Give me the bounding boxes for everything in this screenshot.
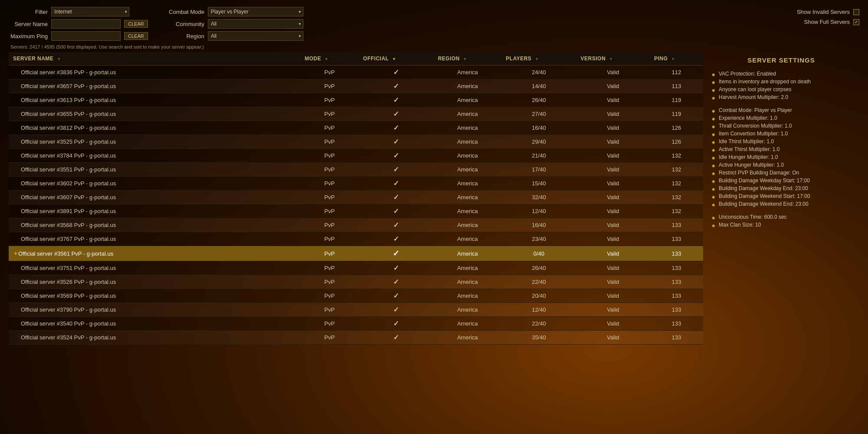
- col-region[interactable]: REGION: [434, 52, 502, 66]
- table-row[interactable]: Official server #3568 PvP - g-portal.usP…: [9, 218, 703, 232]
- filter-select-wrapper[interactable]: Internet: [51, 7, 129, 16]
- star-icon: ✦: [13, 250, 18, 257]
- table-row[interactable]: Official server #3569 PvP - g-portal.usP…: [9, 289, 703, 303]
- server-official-cell: ✓: [359, 317, 434, 331]
- table-row[interactable]: Official server #3790 PvP - g-portal.usP…: [9, 303, 703, 317]
- server-name-text: Official server #3602 PvP - g-portal.us: [21, 180, 116, 187]
- table-row[interactable]: ✦Official server #3561 PvP - g-portal.us…: [9, 246, 703, 261]
- server-name-text: Official server #3569 PvP - g-portal.us: [21, 293, 116, 299]
- col-server-name[interactable]: SERVER NAME: [9, 52, 300, 66]
- combat-mode-select[interactable]: Player vs Player: [208, 7, 303, 16]
- settings-item-text: Building Damage Weekend End: 23:00: [719, 200, 809, 208]
- table-row[interactable]: Official server #3751 PvP - g-portal.usP…: [9, 261, 703, 275]
- server-list-container: SERVER NAME MODE OFFICIAL: [9, 52, 703, 434]
- settings-item: ◆Building Damage Weekday End: 23:00: [712, 184, 851, 192]
- col-ping[interactable]: PING: [650, 52, 703, 66]
- server-players-cell: 24/40: [502, 66, 576, 79]
- official-checkmark: ✓: [393, 235, 399, 243]
- sort-arrow-mode: [325, 57, 329, 61]
- diamond-icon: ◆: [712, 214, 715, 221]
- server-name-cell: Official server #3655 PvP - g-portal.us: [9, 107, 300, 121]
- table-row[interactable]: Official server #3524 PvP - g-portal.usP…: [9, 331, 703, 345]
- table-row[interactable]: Official server #3655 PvP - g-portal.usP…: [9, 107, 703, 121]
- table-row[interactable]: Official server #3526 PvP - g-portal.usP…: [9, 275, 703, 289]
- server-region-cell: America: [434, 303, 502, 317]
- server-version-cell: Valid: [576, 93, 650, 107]
- table-row[interactable]: Official server #3891 PvP - g-portal.usP…: [9, 204, 703, 218]
- server-region-cell: America: [434, 121, 502, 135]
- filter-select[interactable]: Internet: [51, 7, 129, 16]
- table-row[interactable]: Official server #3836 PvP - g-portal.usP…: [9, 66, 703, 79]
- server-name-text: Official server #3613 PvP - g-portal.us: [21, 97, 116, 103]
- server-name-text: Official server #3751 PvP - g-portal.us: [21, 265, 116, 271]
- show-full-row: Show Full Servers: [804, 19, 859, 25]
- right-checkboxes: Show Invalid Servers Show Full Servers: [797, 7, 859, 25]
- col-mode[interactable]: MODE: [300, 52, 359, 66]
- community-select-wrapper[interactable]: All: [208, 19, 303, 29]
- server-official-cell: ✓: [359, 218, 434, 232]
- server-name-clear-button[interactable]: CLEAR: [124, 20, 148, 28]
- server-players-cell: 29/40: [502, 135, 576, 149]
- col-version[interactable]: VERSION: [576, 52, 650, 66]
- server-players-cell: 21/40: [502, 149, 576, 163]
- col-official[interactable]: OFFICIAL: [359, 52, 434, 66]
- region-row: Region All: [165, 31, 303, 41]
- server-tbody: Official server #3836 PvP - g-portal.usP…: [9, 66, 703, 345]
- settings-item: ◆Items in inventory are dropped on death: [712, 78, 851, 85]
- table-row[interactable]: Official server #3767 PvP - g-portal.usP…: [9, 232, 703, 246]
- settings-divider: [712, 208, 851, 213]
- table-row[interactable]: Official server #3602 PvP - g-portal.usP…: [9, 177, 703, 191]
- server-mode-cell: PvP: [300, 289, 359, 303]
- show-full-checkbox[interactable]: [853, 19, 859, 25]
- server-players-cell: 0/40: [502, 246, 576, 261]
- settings-divider: [712, 101, 851, 106]
- server-region-cell: America: [434, 289, 502, 303]
- max-ping-clear-button[interactable]: CLEAR: [124, 32, 148, 40]
- server-settings-title: SERVER SETTINGS: [712, 56, 851, 64]
- table-row[interactable]: Official server #3525 PvP - g-portal.usP…: [9, 135, 703, 149]
- diamond-icon: ◆: [712, 170, 715, 177]
- server-ping-cell: 132: [650, 149, 703, 163]
- community-select[interactable]: All: [208, 19, 303, 29]
- server-name-text: Official server #3790 PvP - g-portal.us: [21, 306, 116, 313]
- settings-item-text: Unconscious Time: 600.0 sec: [719, 213, 787, 221]
- official-checkmark: ✓: [393, 110, 399, 118]
- server-region-cell: America: [434, 317, 502, 331]
- server-name-cell: Official server #3602 PvP - g-portal.us: [9, 177, 300, 191]
- server-official-cell: ✓: [359, 79, 434, 93]
- diamond-icon: ◆: [712, 222, 715, 229]
- settings-item: ◆Restrict PVP Building Damage: On: [712, 169, 851, 177]
- table-row[interactable]: Official server #3613 PvP - g-portal.usP…: [9, 93, 703, 107]
- settings-item: ◆Active Hunger Multiplier: 1.0: [712, 161, 851, 169]
- region-select-wrapper[interactable]: All: [208, 31, 303, 41]
- max-ping-input[interactable]: [51, 31, 121, 41]
- server-players-cell: 20/40: [502, 289, 576, 303]
- table-row[interactable]: Official server #3607 PvP - g-portal.usP…: [9, 191, 703, 204]
- settings-item: ◆Experience Multiplier: 1.0: [712, 114, 851, 122]
- diamond-icon: ◆: [712, 139, 715, 145]
- diamond-icon: ◆: [712, 115, 715, 122]
- diamond-icon: ◆: [712, 162, 715, 169]
- table-row[interactable]: Official server #3657 PvP - g-portal.usP…: [9, 79, 703, 93]
- table-row[interactable]: Official server #3551 PvP - g-portal.usP…: [9, 163, 703, 177]
- server-ping-cell: 126: [650, 121, 703, 135]
- show-invalid-checkbox[interactable]: [853, 9, 859, 15]
- settings-item: ◆Combat Mode: Player vs Player: [712, 106, 851, 114]
- server-name-input[interactable]: [51, 19, 121, 29]
- official-checkmark: ✓: [393, 221, 399, 229]
- table-row[interactable]: Official server #3784 PvP - g-portal.usP…: [9, 149, 703, 163]
- server-version-cell: Valid: [576, 289, 650, 303]
- diamond-icon: ◆: [712, 108, 715, 114]
- sort-arrow-name: [57, 57, 61, 61]
- table-row[interactable]: Official server #3540 PvP - g-portal.usP…: [9, 317, 703, 331]
- region-select[interactable]: All: [208, 31, 303, 41]
- table-row[interactable]: Official server #3812 PvP - g-portal.usP…: [9, 121, 703, 135]
- combat-mode-select-wrapper[interactable]: Player vs Player: [208, 7, 303, 16]
- max-ping-row: Maximum Ping CLEAR: [9, 31, 148, 41]
- sort-arrow-version: [609, 57, 613, 61]
- col-players[interactable]: PLAYERS: [502, 52, 576, 66]
- server-players-cell: 22/40: [502, 275, 576, 289]
- server-version-cell: Valid: [576, 331, 650, 345]
- server-official-cell: ✓: [359, 121, 434, 135]
- table-scroll-wrapper[interactable]: SERVER NAME MODE OFFICIAL: [9, 52, 703, 345]
